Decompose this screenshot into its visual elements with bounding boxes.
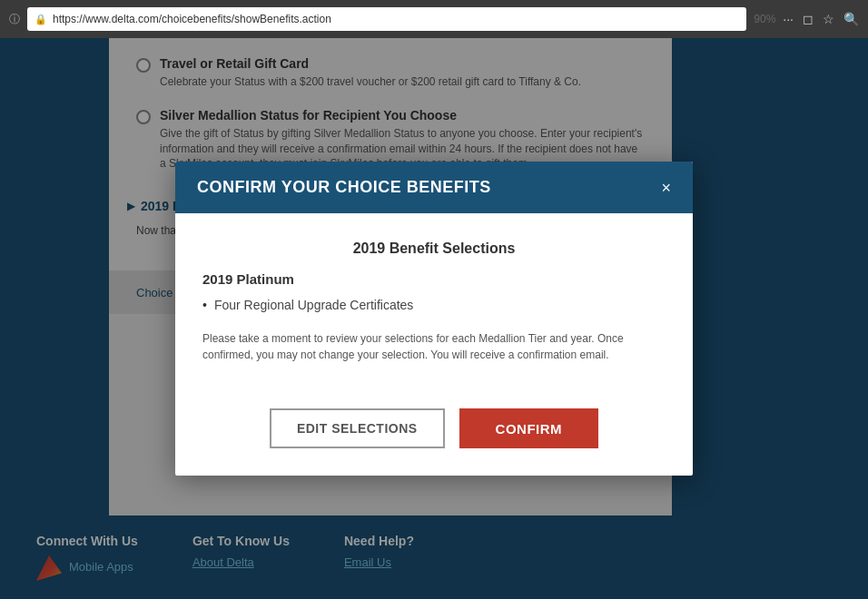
lock-icon: 🔒 [35,14,47,25]
benefit-item-row: • Four Regional Upgrade Certificates [202,298,666,312]
modal-notice-text: Please take a moment to review your sele… [202,330,666,363]
edit-selections-button[interactable]: EDIT SELECTIONS [270,408,445,448]
modal-footer: EDIT SELECTIONS CONFIRM [175,399,693,476]
modal-body: 2019 Benefit Selections 2019 Platinum • … [175,213,693,399]
benefit-item-text: Four Regional Upgrade Certificates [214,298,413,312]
main-content: Travel or Retail Gift Card Celebrate you… [0,38,868,599]
url-text: https://www.delta.com/choicebenefits/sho… [53,13,739,25]
modal-header: CONFIRM YOUR CHOICE BENEFITS × [175,162,693,213]
confirm-button[interactable]: CONFIRM [459,408,599,448]
bullet-icon: • [202,298,207,312]
modal-title: CONFIRM YOUR CHOICE BENEFITS [197,178,491,197]
search-icon[interactable]: 🔍 [843,12,859,26]
browser-actions: ··· ◻ ☆ 🔍 [783,12,859,26]
browser-chrome: ⓘ 🔒 https://www.delta.com/choicebenefits… [0,0,868,38]
confirm-modal: CONFIRM YOUR CHOICE BENEFITS × 2019 Bene… [175,162,693,476]
zoom-level: 90% [754,13,775,25]
benefit-selections-label: 2019 Benefit Selections [202,241,666,257]
bookmark-icon[interactable]: ☆ [823,12,834,26]
benefit-tier-label: 2019 Platinum [202,271,666,287]
info-icon: ⓘ [9,12,20,27]
address-bar[interactable]: 🔒 https://www.delta.com/choicebenefits/s… [27,7,746,31]
more-options-icon[interactable]: ··· [783,12,794,26]
browser-navigation: ⓘ [9,12,20,27]
shield-icon: ◻ [803,12,814,26]
modal-close-button[interactable]: × [661,180,671,196]
